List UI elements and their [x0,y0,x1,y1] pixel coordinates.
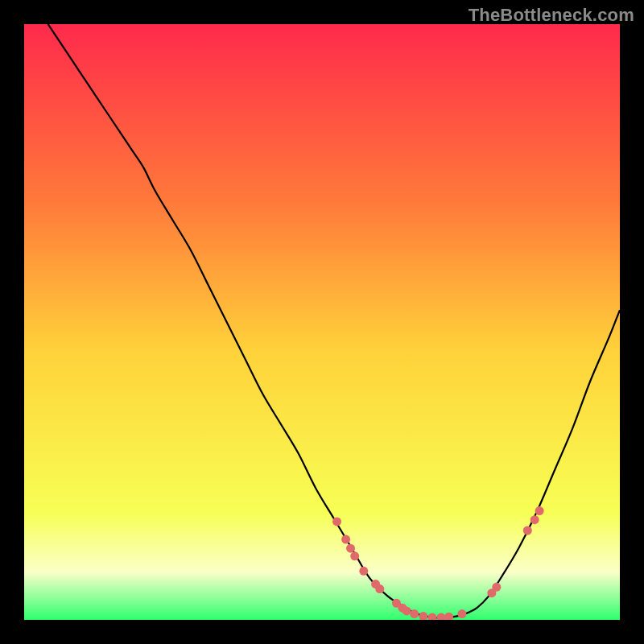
data-marker [535,506,544,515]
data-marker [492,583,501,592]
plot-area [24,24,620,620]
data-marker [523,526,532,535]
data-marker [457,609,466,618]
data-marker [530,515,539,524]
watermark-text: TheBottleneck.com [469,5,634,26]
data-marker [410,609,419,618]
data-marker [341,535,350,544]
data-marker [375,584,384,593]
data-marker [350,551,359,560]
bottleneck-chart [24,24,620,620]
data-marker [359,567,368,576]
data-marker [346,544,355,553]
data-marker [402,606,411,615]
data-marker [332,517,341,526]
chart-frame: TheBottleneck.com [0,0,644,644]
